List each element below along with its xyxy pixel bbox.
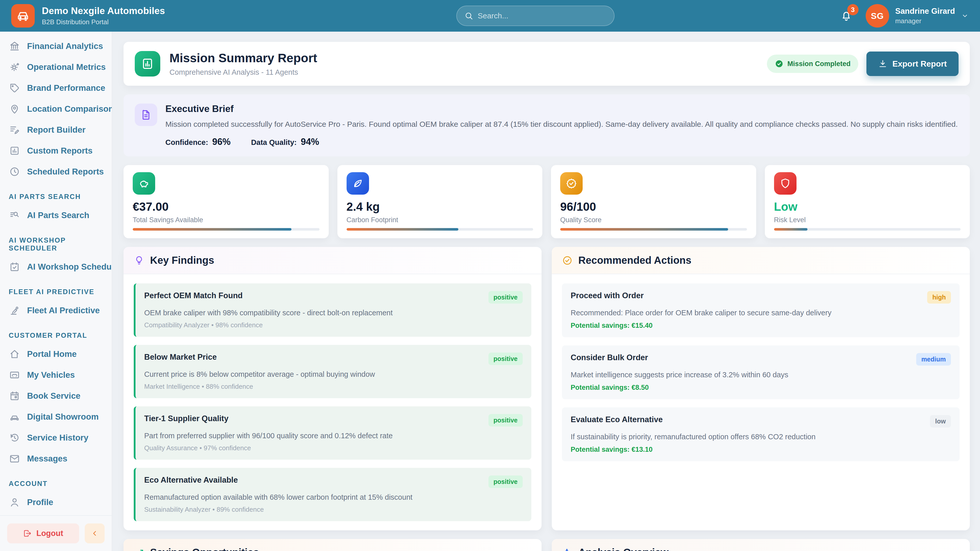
metric-value: €37.00 [133, 200, 320, 213]
sidebar-item-label: Operational Metrics [27, 62, 106, 72]
sidebar-item-label: Messages [27, 454, 67, 464]
sidebar-item-service-history[interactable]: Service History [6, 427, 106, 448]
sidebar-item-ai-parts-search[interactable]: AI Parts Search [6, 205, 106, 226]
metric-label: Risk Level [774, 216, 961, 224]
action-title: Proceed with Order [571, 291, 644, 300]
sidebar-item-operational-metrics[interactable]: Operational Metrics [6, 57, 106, 78]
tag-icon [9, 83, 20, 94]
action-potential-savings: Potential savings: €15.40 [571, 322, 951, 330]
bar-chart-box-icon [9, 145, 20, 156]
metric-card-carbon-footprint: 2.4 kgCarbon Footprint [337, 165, 542, 238]
action-potential-savings: Potential savings: €8.50 [571, 384, 951, 392]
sidebar-item-ai-workshop-scheduler[interactable]: AI Workshop Scheduler [6, 256, 106, 277]
user-icon [9, 497, 20, 508]
history-icon [9, 432, 20, 443]
finding-title: Below Market Price [144, 353, 217, 362]
metric-progress-bar [133, 228, 320, 230]
main-content: Mission Summary Report Comprehensive AI … [112, 32, 980, 551]
sidebar-item-settings[interactable]: Settings [6, 513, 106, 515]
sidebar-item-label: Scheduled Reports [27, 167, 104, 176]
search-bar [456, 6, 614, 26]
analysis-overview-panel: Analysis Overview Predictive Maintenance… [552, 539, 970, 551]
bank-icon [9, 41, 20, 52]
app-subtitle: B2B Distribution Portal [42, 18, 165, 26]
car-icon [16, 9, 30, 23]
sidebar-item-label: Service History [27, 433, 88, 443]
sidebar-item-my-vehicles[interactable]: My Vehicles [6, 365, 106, 386]
finding-item-header: Tier-1 Supplier Qualitypositive [144, 414, 523, 427]
brand-logo [11, 4, 35, 27]
search-input[interactable] [478, 11, 606, 20]
sidebar-item-messages[interactable]: Messages [6, 448, 106, 469]
action-item-header: Proceed with Orderhigh [571, 291, 951, 303]
sidebar-item-brand-performance[interactable]: Brand Performance [6, 78, 106, 98]
sidebar-section-ai-parts-search: AI PARTS SEARCH [6, 193, 106, 201]
metric-progress-bar [560, 228, 747, 230]
app-title: Demo Nexgile Automobiles [42, 6, 165, 16]
sidebar-item-profile[interactable]: Profile [6, 492, 106, 513]
action-title: Evaluate Eco Alternative [571, 415, 663, 424]
key-findings-title: Key Findings [150, 254, 214, 266]
sidebar-collapse-button[interactable] [85, 524, 105, 543]
metrics-grid: €37.00Total Savings Available2.4 kgCarbo… [124, 165, 970, 238]
sidebar-item-portal-home[interactable]: Portal Home [6, 344, 106, 365]
report-header-card: Mission Summary Report Comprehensive AI … [124, 42, 970, 86]
finding-title: Perfect OEM Match Found [144, 291, 243, 300]
sidebar-item-scheduled-reports[interactable]: Scheduled Reports [6, 161, 106, 182]
finding-source-meta: Sustainability Analyzer • 89% confidence [144, 506, 523, 513]
home-icon [9, 349, 20, 359]
car-icon [9, 411, 20, 422]
sidebar-item-label: AI Parts Search [27, 210, 89, 220]
logout-label: Logout [36, 529, 63, 538]
confidence-label: Confidence: [165, 138, 208, 147]
page-title: Mission Summary Report [169, 51, 317, 65]
sidebar-item-financial-analytics[interactable]: Financial Analytics [6, 36, 106, 57]
export-report-button[interactable]: Export Report [866, 52, 959, 76]
sidebar-item-digital-showroom[interactable]: Digital Showroom [6, 407, 106, 427]
robot-arm-icon [9, 305, 20, 316]
action-title: Consider Bulk Order [571, 353, 648, 362]
finding-description: OEM brake caliper with 98% compatibility… [144, 309, 523, 317]
user-menu[interactable]: SG Sandrine Girard manager [865, 4, 969, 27]
sidebar-item-location-comparison[interactable]: Location Comparison [6, 98, 106, 119]
map-pin-icon [9, 103, 20, 114]
sidebar-footer: Logout [0, 515, 112, 551]
sidebar-nav: Financial AnalyticsOperational MetricsBr… [0, 32, 112, 515]
gear-sparkle-icon [9, 62, 20, 73]
report-chart-icon [135, 51, 160, 76]
savings-opportunities-panel: Savings Opportunities €15.40immediateGol… [124, 539, 542, 551]
savings-opportunities-title: Savings Opportunities [150, 547, 259, 551]
confidence-value: 96% [212, 137, 231, 147]
notifications-bell-button[interactable]: 3 [840, 10, 853, 22]
key-findings-panel: Key Findings Perfect OEM Match Foundposi… [124, 247, 542, 530]
metric-value: 2.4 kg [347, 200, 533, 213]
sidebar-item-book-service[interactable]: Book Service [6, 386, 106, 407]
finding-description: Current price is 8% below competitor ave… [144, 370, 523, 379]
logout-button[interactable]: Logout [7, 524, 79, 543]
sidebar-section-customer-portal: CUSTOMER PORTAL [6, 332, 106, 340]
metric-progress-fill [774, 228, 808, 230]
sidebar-item-custom-reports[interactable]: Custom Reports [6, 140, 106, 161]
sidebar-section-fleet-ai-predictive: FLEET AI PREDICTIVE [6, 288, 106, 296]
executive-brief-card: Executive Brief Mission completed succes… [124, 94, 970, 156]
search-list-icon [9, 210, 20, 221]
key-findings-list: Perfect OEM Match FoundpositiveOEM brake… [124, 274, 542, 530]
finding-item: Perfect OEM Match FoundpositiveOEM brake… [134, 283, 531, 337]
calendar-check-icon [9, 262, 20, 272]
leaf-icon [347, 172, 369, 195]
finding-source-meta: Market Intelligence • 88% confidence [144, 383, 523, 391]
metric-card-risk-level: LowRisk Level [765, 165, 970, 238]
action-item-header: Consider Bulk Ordermedium [571, 353, 951, 365]
shield-icon [774, 172, 797, 195]
sidebar-item-fleet-ai-predictive[interactable]: Fleet AI Predictive [6, 300, 106, 321]
sidebar-item-label: Book Service [27, 391, 80, 401]
finding-item: Below Market PricepositiveCurrent price … [134, 345, 531, 398]
calendar-icon [9, 391, 20, 401]
sidebar-section-ai-workshop-scheduler: AI WORKSHOP SCHEDULER [6, 237, 106, 252]
sidebar-item-report-builder[interactable]: Report Builder [6, 119, 106, 140]
key-findings-header: Key Findings [124, 247, 542, 274]
sidebar-item-label: AI Workshop Scheduler [27, 262, 112, 272]
sidebar-item-label: Report Builder [27, 125, 86, 135]
action-description: Recommended: Place order for OEM brake c… [571, 309, 951, 317]
trending-up-icon [134, 547, 145, 551]
